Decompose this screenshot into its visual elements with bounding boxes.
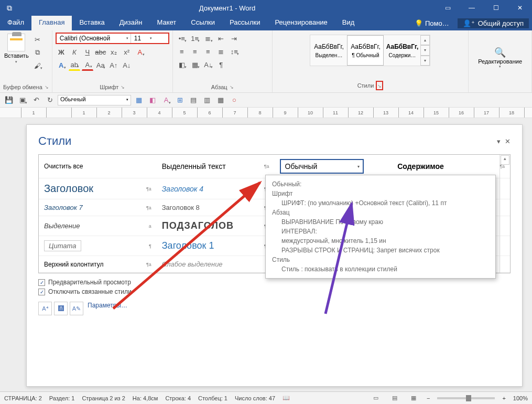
borders-button[interactable]: ▦ [189,59,201,70]
superscript-button[interactable]: x² [121,46,133,58]
clipboard-launcher-icon[interactable]: ↘ [45,84,49,90]
font-size-combo[interactable]: 11 [131,34,154,43]
maximize-button[interactable]: ☐ [484,0,508,16]
style-inspector-button[interactable]: 🅰 [54,302,68,315]
minimize-button[interactable]: — [460,0,484,16]
zoom-out-button[interactable]: − [427,395,430,401]
status-page[interactable]: СТРАНИЦА: 2 [4,395,42,401]
font-color-button[interactable]: A [82,59,93,71]
styles-launcher-highlighted[interactable]: ↘ [376,81,383,90]
close-button[interactable]: ✕ [508,0,532,16]
copy-button[interactable]: ⧉ [32,47,44,58]
cut-button[interactable]: ✂ [32,34,44,45]
inc-indent-button[interactable]: ⇥ [229,33,240,44]
tab-insert[interactable]: Вставка [72,16,112,30]
style-emphasis[interactable]: Выделениеa [39,216,157,236]
editing-button[interactable]: Редактирование [478,58,522,65]
paragraph-launcher-icon[interactable]: ↘ [230,84,234,90]
style-heading4[interactable]: Заголовок 4¶a [157,178,275,199]
qat-btn-1[interactable]: ▦ [133,94,145,106]
style-highlighted-text[interactable]: Выделенный текст¶a [157,155,275,178]
style-subtle-emphasis[interactable]: Слабое выделениеa [157,256,275,273]
grow-font-button[interactable]: A↑ [108,59,120,71]
new-style-button[interactable]: A⁴ [38,302,52,315]
multilevel-button[interactable]: ≣ [202,33,214,44]
sort-button[interactable]: A↓ [202,59,214,70]
italic-button[interactable]: К [69,46,80,58]
format-painter[interactable]: 🖌 [32,60,44,71]
bullets-button[interactable]: •≡ [176,33,188,44]
tab-file[interactable]: Файл [0,16,31,30]
highlight-button[interactable]: ab [69,59,80,71]
status-page-of[interactable]: Страница 2 из 2 [82,395,125,401]
numbering-button[interactable]: 1≡ [189,33,201,44]
qat-btn-7[interactable]: ▦ [215,94,226,106]
status-words[interactable]: Число слов: 47 [235,395,275,401]
zoom-in-button[interactable]: + [502,395,505,401]
qat-btn-6[interactable]: ▥ [201,94,213,106]
status-section[interactable]: Раздел: 1 [49,395,75,401]
undo-button[interactable]: ↶ [30,94,42,106]
style-header-footer[interactable]: Верхний колонтитул¶a [39,256,157,273]
style-subtitle[interactable]: ПОДЗАГОЛОВ¶a [157,216,275,236]
status-line[interactable]: Строка: 4 [165,395,191,401]
status-spell-icon[interactable]: 📖 [283,395,290,401]
justify-button[interactable]: ≣ [215,46,227,57]
style-heading[interactable]: Заголовок¶a [39,178,157,199]
view-web-button[interactable]: ▦ [408,394,419,403]
status-at[interactable]: На: 4,8см [133,395,158,401]
style-gallery-more[interactable]: ▴▾▾ [420,35,430,66]
style-clear-all[interactable]: Очистить все [39,155,157,178]
qat-btn-4[interactable]: ⊞ [174,94,186,106]
save-button[interactable]: 💾 [3,94,15,106]
styles-scrollbar[interactable]: ▴ [500,155,510,273]
strike-button[interactable]: abc [95,46,106,58]
shrink-font-button[interactable]: A↓ [121,59,133,71]
status-col[interactable]: Столбец: 1 [198,395,227,401]
font-launcher-icon[interactable]: ↘ [121,84,125,90]
align-center-button[interactable]: ≡ [189,46,201,57]
style-heading1[interactable]: Заголовок 1¶a [157,236,275,256]
tab-mailings[interactable]: Рассылки [222,16,267,30]
chk-preview[interactable]: ✓Предварительный просмотр [38,279,511,286]
share-button[interactable]: 👤⁺Общий доступ [458,18,529,28]
style-tile-normal[interactable]: АаБбВвГг, ¶ Обычный [347,35,384,66]
style-tile-highlight[interactable]: АаБбВвГг, Выделен… [310,35,347,66]
style-quote[interactable]: Цитата¶ [39,236,157,256]
tab-design[interactable]: Дизайн [112,16,150,30]
tab-home[interactable]: Главная [31,16,72,30]
underline-button[interactable]: Ч [82,46,93,58]
view-print-button[interactable]: ▤ [389,394,400,403]
bold-button[interactable]: Ж [56,46,67,58]
qat-new[interactable]: ▣ [17,94,28,106]
paste-button[interactable]: Вставить ▾ [3,33,30,83]
view-read-button[interactable]: ▭ [370,394,382,403]
qat-btn-3[interactable]: A [160,94,172,106]
tab-review[interactable]: Рецензирование [267,16,334,30]
style-tile-contents[interactable]: АаБбВвГг, Содержи… [384,35,420,66]
clear-format-button[interactable]: A [134,46,146,58]
pane-close-icon[interactable]: ✕ [505,137,511,145]
show-marks-button[interactable]: ¶ [215,59,227,70]
ribbon-opts-icon[interactable]: ▭ [436,0,460,16]
tab-layout[interactable]: Макет [149,16,183,30]
tab-view[interactable]: Вид [335,16,362,30]
zoom-value[interactable]: 100% [513,395,528,401]
qat-btn-5[interactable]: ▤ [188,94,199,106]
qat-btn-2[interactable]: ◧ [147,94,158,106]
shading-button[interactable]: ◧ [176,59,188,70]
manage-styles-button[interactable]: A✎ [70,302,83,315]
subscript-button[interactable]: x₂ [108,46,120,58]
style-selector[interactable]: Обычный [58,95,131,105]
tab-references[interactable]: Ссылки [183,16,222,30]
align-left-button[interactable]: ≡ [176,46,188,57]
text-effects-button[interactable]: A [56,59,67,71]
zoom-slider[interactable] [437,397,495,399]
pane-dropdown-icon[interactable]: ▾ [497,137,501,145]
style-heading8[interactable]: Заголовок 8¶a [157,199,275,216]
change-case-button[interactable]: Aa [95,59,106,71]
dec-indent-button[interactable]: ⇤ [215,33,227,44]
qat-btn-8[interactable]: ○ [229,94,240,106]
parameters-link[interactable]: Параметры… [83,297,132,313]
redo-button[interactable]: ↻ [44,94,56,106]
